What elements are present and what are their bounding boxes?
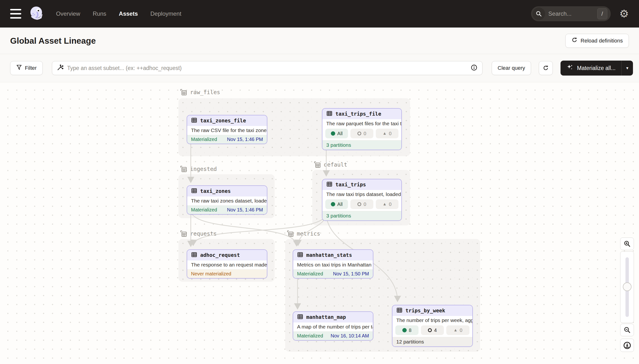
asset-name: taxi_zones xyxy=(200,188,231,194)
asset-description: Metrics on taxi trips in Manhattan xyxy=(293,260,373,270)
nav-assets[interactable]: Assets xyxy=(119,10,138,17)
group-label-ingested[interactable]: ingested xyxy=(180,165,217,172)
asset-description: The raw taxi zones dataset, loaded int..… xyxy=(187,196,267,206)
table-icon xyxy=(297,252,303,259)
asset-name: taxi_zones_file xyxy=(200,118,246,124)
asset-node-adhoc_request[interactable]: adhoc_request The response to an request… xyxy=(187,249,267,278)
reload-icon xyxy=(571,37,578,45)
asset-description: A map of the number of trips per taxi z.… xyxy=(293,322,373,332)
partition-materialized-pill[interactable]: All xyxy=(325,200,348,209)
materialization-timestamp[interactable]: Nov 15, 1:46 PM xyxy=(227,136,263,142)
funnel-icon xyxy=(16,64,22,72)
status-badge: Never materialized xyxy=(191,271,231,276)
page-header: Global Asset Lineage Reload definitions xyxy=(0,28,639,54)
ring-icon xyxy=(357,132,361,136)
partition-count: 3 partitions xyxy=(322,211,401,220)
materialization-timestamp[interactable]: Nov 15, 1:50 PM xyxy=(333,271,369,276)
asset-description: The raw parquet files for the taxi trips… xyxy=(322,119,401,128)
group-label-default[interactable]: default xyxy=(314,161,347,168)
settings-gear-icon[interactable]: ⚙ xyxy=(619,8,629,19)
asset-node-taxi_zones_file[interactable]: taxi_zones_file The raw CSV file for the… xyxy=(187,115,267,144)
nav-runs[interactable]: Runs xyxy=(93,10,106,17)
search-shortcut-badge: / xyxy=(597,8,607,19)
asset-name: manhattan_map xyxy=(306,314,346,320)
op-selector-icon xyxy=(57,64,64,72)
green-dot-icon xyxy=(331,202,335,206)
sparkles-icon xyxy=(566,64,573,72)
search-icon xyxy=(532,8,545,20)
asset-node-manhattan_map[interactable]: manhattan_map A map of the number of tri… xyxy=(293,312,373,340)
asset-subset-placeholder: Type an asset subset... (ex: ++adhoc_req… xyxy=(67,65,467,72)
table-icon xyxy=(396,307,403,314)
ring-icon xyxy=(357,202,361,206)
materialize-dropdown-caret[interactable]: ▾ xyxy=(621,60,633,76)
table-icon xyxy=(326,110,333,118)
page-title: Global Asset Lineage xyxy=(10,36,96,46)
asset-name: taxi_trips xyxy=(335,182,366,188)
status-badge: Materialized xyxy=(297,333,323,339)
partition-count: 3 partitions xyxy=(322,140,401,150)
zoom-in-button[interactable] xyxy=(620,238,634,250)
triangle-icon: ▲ xyxy=(383,131,387,136)
download-image-button[interactable] xyxy=(620,339,634,352)
clear-query-button[interactable]: Clear query xyxy=(492,61,531,75)
green-dot-icon xyxy=(402,328,407,332)
nav-deployment[interactable]: Deployment xyxy=(151,10,181,17)
zoom-out-button[interactable] xyxy=(620,324,634,336)
reload-definitions-button[interactable]: Reload definitions xyxy=(565,34,629,48)
partition-failed-pill[interactable]: 0 xyxy=(350,200,373,209)
asset-subset-input[interactable]: Type an asset subset... (ex: ++adhoc_req… xyxy=(52,61,482,75)
asset-node-taxi_trips[interactable]: taxi_trips The raw taxi trips dataset, l… xyxy=(322,179,402,221)
top-nav: Overview Runs Assets Deployment Search..… xyxy=(0,0,639,28)
refresh-button[interactable] xyxy=(539,61,553,75)
asset-description: The raw CSV file for the taxi zones dat.… xyxy=(187,126,267,135)
group-label-raw_files[interactable]: raw_files xyxy=(180,88,220,96)
lineage-canvas[interactable]: raw_files ingested default requests metr… xyxy=(0,82,639,364)
materialization-timestamp[interactable]: Nov 16, 10:14 AM xyxy=(331,333,369,339)
table-icon xyxy=(326,181,333,188)
partition-materialized-pill[interactable]: All xyxy=(325,129,348,138)
green-dot-icon xyxy=(331,131,335,136)
main-nav: Overview Runs Assets Deployment xyxy=(56,10,181,17)
nav-overview[interactable]: Overview xyxy=(56,10,80,17)
lineage-toolbar: Filter Type an asset subset... (ex: ++ad… xyxy=(0,54,639,82)
triangle-icon: ▲ xyxy=(383,202,387,206)
asset-name: taxi_trips_file xyxy=(335,111,381,117)
zoom-in-icon xyxy=(623,240,631,248)
table-icon xyxy=(191,117,197,124)
table-icon xyxy=(297,314,303,321)
asset-node-trips_by_week[interactable]: trips_by_week The number of trips per we… xyxy=(392,305,473,347)
asset-node-manhattan_stats[interactable]: manhattan_stats Metrics on taxi trips in… xyxy=(293,249,373,278)
hamburger-menu-icon[interactable] xyxy=(10,9,21,18)
partition-missing-pill[interactable]: ▲0 xyxy=(376,200,398,209)
asset-description: The raw taxi trips dataset, loaded into … xyxy=(322,190,401,199)
asset-node-taxi_trips_file[interactable]: taxi_trips_file The raw parquet files fo… xyxy=(322,108,402,150)
partition-failed-pill[interactable]: 0 xyxy=(350,129,373,138)
search-placeholder: Search... xyxy=(548,10,597,17)
search-input[interactable]: Search... / xyxy=(531,6,611,21)
ring-icon xyxy=(428,328,432,332)
status-badge: Materialized xyxy=(191,207,217,213)
partition-missing-pill[interactable]: ▲0 xyxy=(376,129,398,138)
partition-materialized-pill[interactable]: 8 xyxy=(395,326,418,335)
materialize-all-button[interactable]: Materialize all... ▾ xyxy=(560,60,633,76)
status-badge: Materialized xyxy=(191,136,217,142)
filter-button[interactable]: Filter xyxy=(10,61,43,75)
asset-name: adhoc_request xyxy=(200,252,240,258)
group-label-requests[interactable]: requests xyxy=(180,230,217,237)
status-badge: Materialized xyxy=(297,271,323,276)
partition-missing-pill[interactable]: ▲0 xyxy=(446,326,469,335)
asset-name: trips_by_week xyxy=(405,308,445,314)
materialization-timestamp[interactable]: Nov 15, 1:46 PM xyxy=(227,207,263,213)
asset-description: The number of trips per week, aggreg... xyxy=(392,316,472,325)
asset-node-taxi_zones[interactable]: taxi_zones The raw taxi zones dataset, l… xyxy=(187,186,267,214)
group-label-metrics[interactable]: metrics xyxy=(287,230,320,237)
asset-description: The response to an request made in th... xyxy=(187,260,267,270)
partition-failed-pill[interactable]: 4 xyxy=(421,326,444,335)
table-icon xyxy=(191,252,197,259)
info-icon[interactable] xyxy=(471,64,477,72)
zoom-slider[interactable] xyxy=(620,251,634,323)
zoom-slider-knob[interactable] xyxy=(623,282,631,291)
dagster-logo[interactable] xyxy=(29,6,45,22)
table-icon xyxy=(191,188,197,195)
